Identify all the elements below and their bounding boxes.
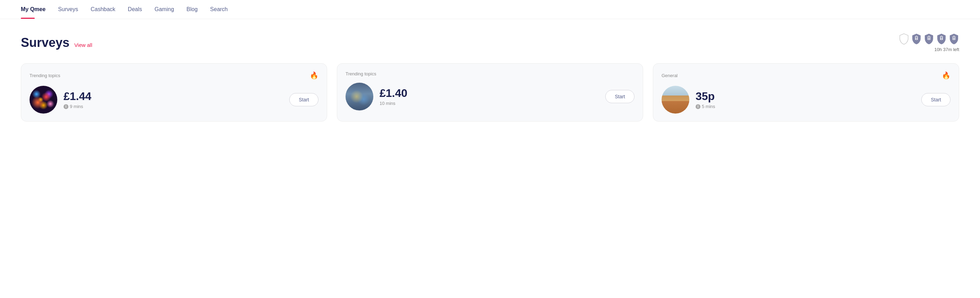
badge-icons: [899, 33, 959, 45]
card-3-amount: 35p: [695, 90, 915, 102]
card-3-body: 35p i 5 mins Start: [662, 86, 950, 113]
main-nav: My QmeeSurveysCashbackDealsGamingBlogSea…: [0, 0, 980, 19]
fire-icon-3: 🔥: [942, 71, 950, 80]
surveys-title: Surveys: [21, 35, 70, 50]
nav-item-search[interactable]: Search: [210, 6, 228, 19]
desert-image: [662, 86, 689, 113]
badge-area: 10h 37m left: [899, 33, 959, 52]
surveys-title-group: Surveys View all: [21, 35, 92, 50]
surveys-header: Surveys View all: [21, 33, 959, 52]
nav-item-gaming[interactable]: Gaming: [154, 6, 174, 19]
card-2-header: Trending topics: [345, 71, 635, 76]
bokeh-image: [30, 86, 57, 113]
svg-point-3: [929, 38, 929, 39]
info-icon-3: i: [695, 104, 700, 109]
survey-card-3: General 🔥 35p i 5 mins Start: [653, 63, 959, 121]
card-3-duration: i 5 mins: [695, 104, 915, 109]
card-3-category: General: [662, 73, 678, 78]
survey-card-1: Trending topics 🔥 £1.44 i 9 mins Start: [21, 63, 327, 121]
view-all-link[interactable]: View all: [74, 42, 92, 48]
shield-locked-icon-3: [936, 33, 947, 45]
svg-point-1: [916, 38, 917, 39]
rain-image: [345, 83, 373, 110]
nav-item-surveys[interactable]: Surveys: [58, 6, 78, 19]
shield-locked-icon-4: [949, 33, 959, 45]
main-content: Surveys View all: [0, 19, 980, 135]
card-1-amount: £1.44: [64, 90, 283, 102]
shield-locked-icon-1: [911, 33, 922, 45]
card-1-category: Trending topics: [30, 73, 60, 78]
card-1-body: £1.44 i 9 mins Start: [30, 86, 318, 113]
card-2-amount: £1.40: [380, 87, 599, 99]
svg-point-7: [954, 38, 954, 39]
card-1-info: £1.44 i 9 mins: [64, 90, 283, 109]
shield-locked-icon-2: [924, 33, 934, 45]
nav-item-cashback[interactable]: Cashback: [91, 6, 115, 19]
fire-icon-1: 🔥: [310, 71, 318, 80]
card-3-image: [662, 86, 689, 113]
card-1-duration: i 9 mins: [64, 104, 283, 109]
card-3-header: General 🔥: [662, 71, 950, 80]
nav-item-my-qmee[interactable]: My Qmee: [21, 6, 46, 19]
card-1-image: [30, 86, 57, 113]
survey-card-2: Trending topics £1.40 10 mins Start: [337, 63, 643, 121]
start-button-3[interactable]: Start: [921, 93, 950, 106]
card-2-category: Trending topics: [345, 71, 376, 76]
start-button-2[interactable]: Start: [605, 90, 635, 103]
card-2-info: £1.40 10 mins: [380, 87, 599, 106]
info-icon-1: i: [64, 104, 68, 109]
badge-timer: 10h 37m left: [934, 47, 959, 52]
card-1-header: Trending topics 🔥: [30, 71, 318, 80]
start-button-1[interactable]: Start: [289, 93, 318, 106]
card-2-duration: 10 mins: [380, 101, 599, 106]
nav-item-deals[interactable]: Deals: [128, 6, 142, 19]
shield-empty-icon: [899, 33, 909, 45]
survey-cards-row: Trending topics 🔥 £1.44 i 9 mins Start: [21, 63, 959, 121]
card-2-image: [345, 83, 373, 110]
nav-item-blog[interactable]: Blog: [186, 6, 197, 19]
svg-point-5: [941, 38, 942, 39]
card-2-body: £1.40 10 mins Start: [345, 83, 635, 110]
card-3-info: 35p i 5 mins: [695, 90, 915, 109]
